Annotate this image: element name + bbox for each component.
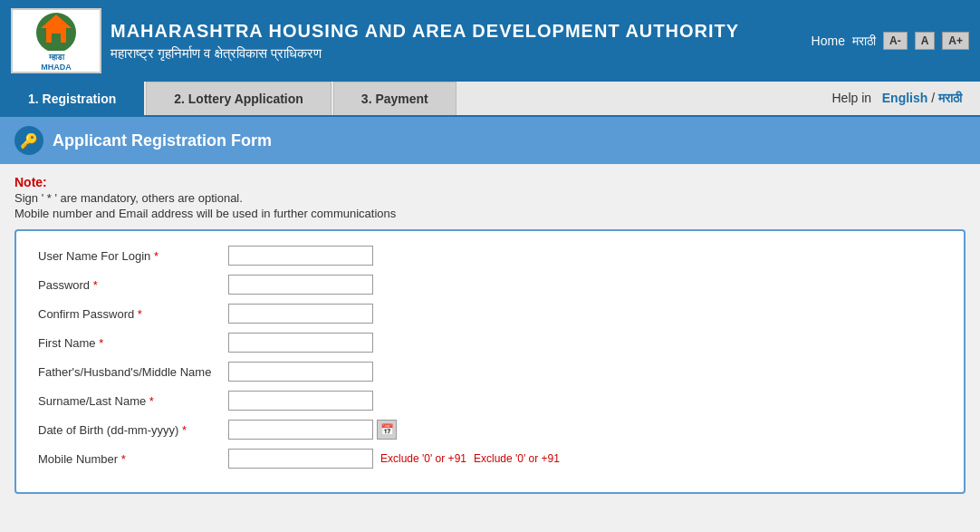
font-increase-button[interactable]: A+: [942, 32, 969, 50]
dob-required-star: *: [182, 423, 187, 437]
confirm-password-required-star: *: [138, 307, 142, 321]
first-name-label: First Name *: [38, 336, 228, 350]
tab-payment[interactable]: 3. Payment: [333, 82, 456, 115]
calendar-icon: 📅: [380, 423, 394, 436]
logo-box: म्हाडा MHADA: [11, 8, 101, 73]
form-row-mobile: Mobile Number * Exclude '0' or +91 Exclu…: [38, 449, 942, 469]
key-icon: 🔑: [20, 132, 38, 150]
dob-input[interactable]: [228, 420, 373, 440]
calendar-button[interactable]: 📅: [377, 420, 397, 440]
site-header: म्हाडा MHADA MAHARASHTRA HOUSING AND ARE…: [0, 0, 980, 82]
first-name-required-star: *: [99, 336, 103, 350]
svg-rect-3: [52, 34, 61, 43]
form-row-username: User Name For Login *: [38, 246, 942, 266]
username-required-star: *: [154, 249, 159, 263]
mobile-hint: Exclude '0' or +91: [380, 452, 466, 465]
lang-separator: /: [931, 91, 935, 105]
mobile-required-star: *: [121, 452, 126, 466]
logo-text-mr: म्हाडा: [49, 53, 64, 62]
dob-label: Date of Birth (dd-mm-yyyy) *: [38, 423, 228, 437]
mobile-hint-static: Exclude '0' or +91: [474, 452, 560, 465]
header-left: म्हाडा MHADA MAHARASHTRA HOUSING AND ARE…: [11, 8, 739, 73]
org-name-block: MAHARASHTRA HOUSING AND AREA DEVELOPMENT…: [110, 21, 739, 62]
middle-name-input[interactable]: [228, 362, 373, 382]
form-title: Applicant Registration Form: [53, 131, 272, 150]
username-input[interactable]: [228, 246, 373, 266]
password-required-star: *: [93, 278, 98, 292]
mobile-label: Mobile Number *: [38, 452, 228, 466]
help-language: Help in English / मराठी: [832, 91, 981, 106]
note-section: Note: Sign ' * ' are mandatory, others a…: [14, 175, 966, 220]
confirm-password-label: Confirm Password *: [38, 307, 228, 321]
first-name-input[interactable]: [228, 333, 373, 353]
mobile-input[interactable]: [228, 449, 373, 469]
password-label: Password *: [38, 278, 228, 292]
font-decrease-button[interactable]: A-: [883, 32, 908, 50]
form-row-first-name: First Name *: [38, 333, 942, 353]
tabs-left: 1. Registration 2. Lottery Application 3…: [0, 82, 458, 115]
form-row-confirm-password: Confirm Password *: [38, 304, 942, 324]
last-name-input[interactable]: [228, 391, 373, 411]
lang-english[interactable]: English: [882, 91, 928, 105]
password-input[interactable]: [228, 275, 373, 295]
tab-lottery[interactable]: 2. Lottery Application: [146, 82, 331, 115]
form-header-icon: 🔑: [14, 126, 43, 155]
last-name-required-star: *: [149, 394, 154, 408]
middle-name-label: Father's/Husband's/Middle Name: [38, 365, 228, 379]
org-name-mr: महाराष्ट्र गृहनिर्माण व क्षेत्रविकास प्र…: [110, 45, 739, 62]
form-row-dob: Date of Birth (dd-mm-yyyy) * 📅: [38, 420, 942, 440]
registration-form: User Name For Login * Password * Confirm…: [14, 229, 966, 494]
form-header-bar: 🔑 Applicant Registration Form: [0, 117, 980, 164]
confirm-password-input[interactable]: [228, 304, 373, 324]
note-label: Note:: [14, 175, 966, 189]
form-row-middle-name: Father's/Husband's/Middle Name: [38, 362, 942, 382]
tabs-bar: 1. Registration 2. Lottery Application 3…: [0, 82, 980, 117]
note-line2: Mobile number and Email address will be …: [14, 207, 966, 220]
home-mr-link[interactable]: मराठी: [852, 34, 876, 49]
org-name-en: MAHARASHTRA HOUSING AND AREA DEVELOPMENT…: [110, 21, 739, 42]
mhada-logo-icon: [34, 10, 79, 51]
last-name-label: Surname/Last Name *: [38, 394, 228, 408]
home-link[interactable]: Home: [812, 34, 845, 48]
lang-marathi[interactable]: मराठी: [938, 91, 962, 105]
main-container: 1. Registration 2. Lottery Application 3…: [0, 82, 980, 532]
form-row-password: Password *: [38, 275, 942, 295]
note-line1: Sign ' * ' are mandatory, others are opt…: [14, 191, 966, 205]
username-label: User Name For Login *: [38, 249, 228, 263]
font-normal-button[interactable]: A: [915, 32, 936, 50]
header-nav: Home मराठी A- A A+: [812, 32, 969, 50]
form-row-last-name: Surname/Last Name *: [38, 391, 942, 411]
content-area: Note: Sign ' * ' are mandatory, others a…: [0, 164, 980, 505]
help-label: Help in: [832, 91, 872, 105]
tab-registration[interactable]: 1. Registration: [0, 82, 144, 115]
logo-text-en: MHADA: [41, 63, 72, 72]
